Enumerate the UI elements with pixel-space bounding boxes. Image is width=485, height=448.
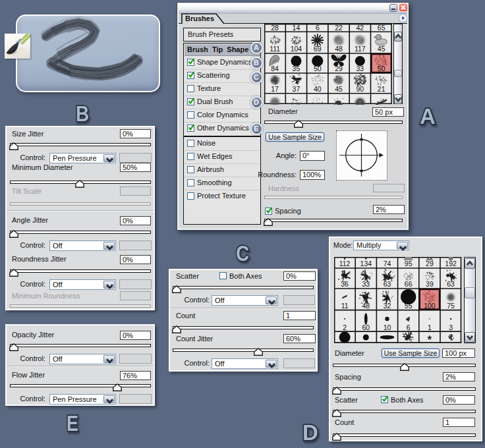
svg-text:17: 17 [271, 86, 279, 93]
svg-text:28: 28 [271, 24, 279, 32]
svg-text:74: 74 [384, 261, 391, 268]
svg-text:22: 22 [335, 24, 343, 32]
svg-text:10: 10 [384, 324, 391, 331]
svg-text:1: 1 [428, 324, 432, 331]
svg-text:2: 2 [343, 324, 347, 331]
svg-text:50: 50 [314, 65, 322, 72]
svg-text:63: 63 [384, 281, 391, 289]
svg-text:33: 33 [356, 65, 364, 72]
svg-text:35: 35 [293, 65, 300, 72]
svg-text:B: B [76, 101, 89, 126]
svg-text:37: 37 [293, 86, 300, 93]
svg-text:90: 90 [356, 86, 364, 93]
svg-text:36: 36 [341, 281, 349, 289]
svg-text:95: 95 [405, 261, 413, 268]
svg-text:69: 69 [314, 46, 322, 53]
svg-text:A: A [420, 104, 436, 128]
svg-text:55: 55 [405, 302, 413, 310]
svg-text:42: 42 [356, 24, 364, 32]
svg-text:60: 60 [362, 324, 370, 331]
svg-text:134: 134 [360, 261, 372, 268]
svg-text:48: 48 [335, 46, 343, 53]
svg-text:112: 112 [339, 261, 351, 268]
svg-text:C: C [236, 241, 249, 266]
svg-text:6: 6 [316, 24, 320, 32]
svg-text:6: 6 [407, 324, 411, 331]
svg-text:63: 63 [447, 281, 455, 289]
svg-text:104: 104 [291, 46, 302, 53]
svg-text:3: 3 [449, 324, 453, 331]
svg-text:50: 50 [378, 65, 385, 72]
svg-text:21: 21 [378, 86, 385, 93]
svg-text:66: 66 [405, 281, 413, 289]
svg-text:75: 75 [447, 302, 455, 310]
svg-text:E: E [67, 412, 78, 435]
svg-text:32: 32 [384, 302, 391, 310]
svg-text:D: D [302, 420, 318, 445]
svg-text:117: 117 [355, 46, 366, 53]
svg-text:40: 40 [314, 86, 322, 93]
svg-text:39: 39 [426, 281, 434, 289]
svg-text:29: 29 [335, 65, 343, 72]
svg-text:33: 33 [362, 281, 370, 289]
svg-text:11: 11 [341, 302, 349, 310]
svg-text:48: 48 [362, 302, 370, 310]
svg-text:45: 45 [335, 86, 343, 93]
svg-text:84: 84 [271, 65, 279, 72]
svg-text:29: 29 [426, 261, 434, 268]
svg-text:14: 14 [293, 24, 300, 32]
svg-text:45: 45 [378, 46, 385, 53]
svg-text:100: 100 [424, 302, 436, 310]
svg-text:65: 65 [378, 24, 385, 32]
svg-text:111: 111 [270, 46, 280, 53]
svg-text:192: 192 [445, 261, 457, 268]
